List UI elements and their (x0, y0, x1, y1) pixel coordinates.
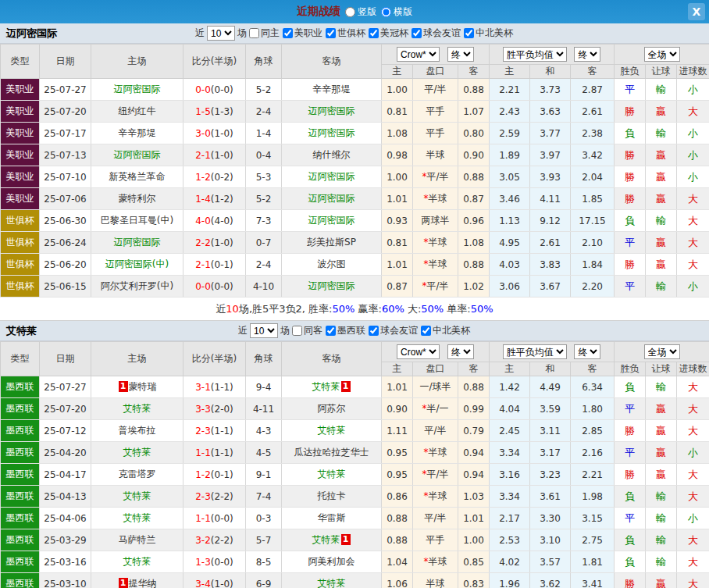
league-type-cell: 世俱杯 (1, 232, 40, 254)
layout-horizontal-label: 横版 (394, 5, 412, 19)
summary-segment: 50% (332, 303, 354, 315)
avg-final-select[interactable]: 终 (574, 47, 600, 62)
league-filter-checkbox[interactable] (369, 326, 379, 336)
odds-final-select[interactable]: 终 (447, 47, 474, 62)
league-filter[interactable]: 世俱杯 (324, 27, 365, 40)
avg-away-cell: 2.38 (571, 123, 615, 144)
avg-home-cell: 4.95 (490, 232, 530, 254)
section-header: 迈阿密国际 近 10 场 同主 美职业世俱杯美冠杯球会友谊中北美杯 (0, 23, 709, 44)
league-filter[interactable]: 球会友谊 (367, 324, 418, 337)
avg-final-select[interactable]: 终 (574, 344, 600, 359)
date-cell: 25-03-29 (40, 529, 91, 551)
away-team-cell: 波尔图 (282, 254, 382, 276)
score-cell: 2-3(1-1) (183, 420, 246, 442)
avg-draw-cell: 3.17 (530, 442, 571, 464)
date-cell: 25-04-20 (40, 442, 91, 464)
home-team-cell: 艾特莱 (91, 442, 183, 464)
league-filter-checkbox[interactable] (369, 28, 379, 38)
same-venue-filter[interactable]: 同客 (290, 324, 322, 337)
odds-company-select[interactable]: Crow* (397, 47, 440, 62)
near-label: 近 (238, 324, 248, 337)
odds-away-cell: 1.03 (458, 486, 490, 508)
league-filter[interactable]: 球会友谊 (410, 27, 461, 40)
home-team-cell: 纽约红牛 (91, 101, 183, 123)
score-cell: 1-3(0-0) (183, 551, 246, 573)
away-team-cell: 迈阿密国际 (282, 123, 382, 144)
handicap-result-cell: 輸 (646, 276, 677, 298)
league-filter-checkbox[interactable] (283, 28, 293, 38)
avg-home-cell: 3.46 (490, 188, 530, 210)
goals-cell: 大 (677, 529, 709, 551)
league-filter-checkbox[interactable] (464, 28, 474, 38)
odds-home-cell: 0.90 (382, 398, 413, 420)
same-venue-checkbox[interactable] (292, 326, 302, 336)
halftime-score: (1-1) (211, 447, 233, 458)
fulltime-score: 0-0 (195, 84, 211, 95)
away-team-cell: 迈阿密国际 (282, 210, 382, 232)
layout-option-horizontal[interactable]: 横版 (381, 5, 412, 19)
scope-select[interactable]: 全场 (644, 344, 680, 359)
avg-home-cell: 2.59 (490, 123, 530, 144)
matches-tbody: 美职业25-07-27迈阿密国际0-0(0-0)5-2辛辛那堤1.00平/半0.… (1, 79, 709, 298)
layout-option-vertical[interactable]: 竖版 (345, 5, 376, 19)
avg-away-cell: 2.04 (571, 166, 615, 188)
match-count-select[interactable]: 10 (207, 26, 235, 41)
league-filter-checkbox[interactable] (326, 28, 336, 38)
halftime-score: (0-0) (211, 513, 233, 524)
league-filter-checkbox[interactable] (412, 28, 422, 38)
match-row: 美职业25-07-10新英格兰革命1-2(0-2)5-3迈阿密国际1.00*平/… (1, 166, 709, 188)
games-label: 场 (280, 324, 290, 337)
same-venue-checkbox[interactable] (249, 28, 259, 38)
league-filter-label: 美冠杯 (380, 27, 408, 40)
scope-select[interactable]: 全场 (644, 47, 680, 62)
col-goals: 进球数 (677, 362, 709, 376)
avg-draw-cell: 3.67 (530, 276, 571, 298)
fulltime-score: 3-0 (195, 128, 211, 139)
corner-cell: 7-3 (246, 210, 282, 232)
league-filter[interactable]: 美职业 (281, 27, 322, 40)
odds-away-cell: 0.88 (458, 376, 490, 398)
league-filter[interactable]: 中北美杯 (419, 324, 470, 337)
avg-type-select[interactable]: 胜平负均值 (503, 47, 567, 62)
handicap-star: * (424, 490, 429, 501)
odds-company-select[interactable]: Crow* (397, 344, 440, 359)
corner-cell: 9-4 (246, 376, 282, 398)
layout-radio[interactable] (345, 7, 355, 17)
handicap-cell: *半球 (413, 486, 458, 508)
odds-away-cell: 0.88 (458, 79, 490, 101)
red-card-badge: 1 (341, 381, 351, 392)
away-team-cell: 艾特莱 (282, 573, 382, 588)
avg-home-cell: 3.06 (490, 276, 530, 298)
match-count-select[interactable]: 10 (250, 323, 278, 338)
result-cell: 負 (615, 376, 646, 398)
home-team-cell: 巴黎圣日耳曼(中) (91, 210, 183, 232)
handicap-result-cell: 贏 (646, 232, 677, 254)
league-filter-checkbox[interactable] (421, 326, 431, 336)
col-corner: 角球 (246, 342, 282, 376)
match-row: 世俱杯25-06-20迈阿密国际(中)2-1(0-1)2-4波尔图1.01*半球… (1, 254, 709, 276)
league-filter-label: 墨西联 (337, 324, 365, 337)
league-filter-checkbox[interactable] (326, 326, 336, 336)
away-team-cell: 迈阿密国际 (282, 101, 382, 123)
result-cell: 平 (615, 79, 646, 101)
handicap-star: * (424, 258, 429, 269)
league-filter[interactable]: 美冠杯 (367, 27, 408, 40)
result-cell: 負 (615, 486, 646, 508)
home-team-cell: 迈阿密国际 (91, 232, 183, 254)
handicap-result-cell: 輸 (646, 508, 677, 529)
avg-type-select[interactable]: 胜平负均值 (503, 344, 567, 359)
goals-cell: 小 (677, 508, 709, 529)
away-team-cell: 迈阿密国际 (282, 166, 382, 188)
col-odds-home: 主 (382, 65, 413, 79)
league-filter[interactable]: 墨西联 (324, 324, 365, 337)
layout-radio[interactable] (381, 7, 391, 17)
same-venue-filter[interactable]: 同主 (248, 27, 280, 40)
handicap-cell: *平/半 (413, 276, 458, 298)
odds-away-cell: 0.87 (458, 188, 490, 210)
league-filter[interactable]: 中北美杯 (462, 27, 513, 40)
red-card-badge: 1 (119, 578, 128, 588)
goals-cell: 小 (677, 166, 709, 188)
close-icon[interactable]: X (688, 3, 705, 20)
odds-away-cell: 0.90 (458, 144, 490, 166)
odds-final-select[interactable]: 终 (447, 344, 474, 359)
